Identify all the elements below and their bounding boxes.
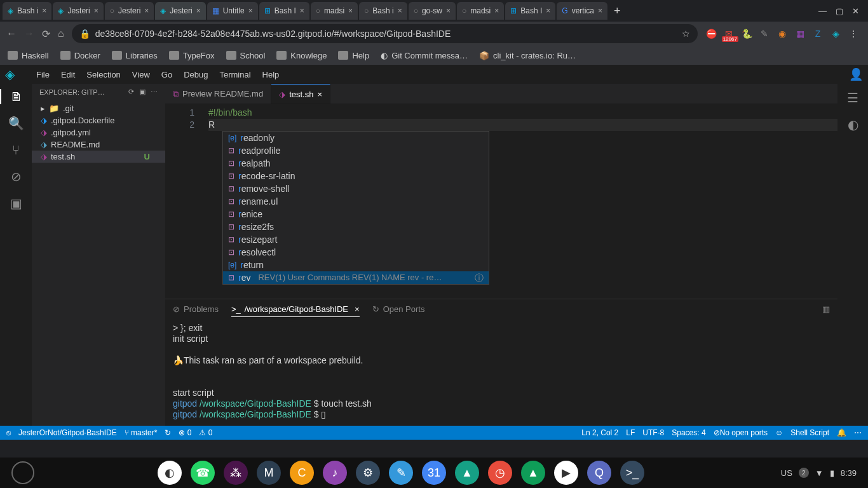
editor-tab[interactable]: ⧉Preview README.md bbox=[165, 84, 271, 104]
browser-tab[interactable]: ◈Jesteri× bbox=[53, 2, 103, 20]
status-branch[interactable]: ⑂ master* bbox=[125, 428, 158, 437]
explorer-icon[interactable]: 🗎 bbox=[0, 89, 32, 104]
bookmark-folder[interactable]: Haskell bbox=[8, 51, 49, 60]
menu-go[interactable]: Go bbox=[161, 70, 172, 79]
shelf-app-draw[interactable]: ✎ bbox=[389, 461, 413, 485]
browser-tab[interactable]: Gvertica× bbox=[557, 2, 607, 20]
reload-button[interactable]: ⟳ bbox=[42, 28, 50, 40]
collapse-icon[interactable]: ▣ bbox=[139, 88, 146, 96]
file-item[interactable]: ⬗.gitpod.yml bbox=[32, 126, 165, 139]
browser-tab[interactable]: ○madsi× bbox=[311, 2, 358, 20]
maximize-icon[interactable]: ▢ bbox=[836, 6, 843, 16]
suggest-item[interactable]: [e]readonly bbox=[223, 132, 489, 144]
file-item[interactable]: ▸📁.git bbox=[32, 102, 165, 114]
box-icon[interactable]: ▦ bbox=[794, 28, 806, 39]
adblock-icon[interactable]: ⛔ bbox=[705, 28, 717, 39]
shelf-app-m[interactable]: M bbox=[257, 461, 281, 485]
status-more-icon[interactable]: ⋯ bbox=[854, 428, 862, 437]
omnibox[interactable]: 🔒 de38ce8f-0709-4e2f-b284-52a08e4475ab.w… bbox=[72, 24, 698, 43]
github-icon[interactable]: ◐ bbox=[848, 117, 858, 132]
gmail-icon[interactable]: ✉12867 bbox=[723, 28, 735, 39]
editor-tab[interactable]: ⬗test.sh× bbox=[271, 84, 330, 104]
close-icon[interactable]: × bbox=[494, 6, 499, 15]
browser-tab[interactable]: ◈Jesteri× bbox=[155, 2, 205, 20]
suggest-item[interactable]: ⊡recode-sr-latin bbox=[223, 170, 489, 182]
shelf-app-settings[interactable]: ⚙ bbox=[356, 461, 380, 485]
close-icon[interactable]: × bbox=[300, 6, 304, 15]
status-repo[interactable]: JesterOrNot/Gitpod-BashIDE bbox=[18, 428, 117, 437]
back-button[interactable]: ← bbox=[6, 28, 17, 39]
browser-tab[interactable]: ○Jesteri× bbox=[105, 2, 154, 20]
avatar[interactable]: 👤 bbox=[849, 67, 863, 81]
panel-tab[interactable]: ⊘Problems bbox=[173, 304, 219, 314]
tray-time[interactable]: 8:39 bbox=[841, 468, 857, 478]
panel-tab[interactable]: >_/workspace/Gitpod-BashIDE× bbox=[231, 304, 360, 317]
bookmark-folder[interactable]: School bbox=[226, 51, 266, 60]
browser-tab[interactable]: ⊞Bash I× bbox=[259, 2, 309, 20]
menu-view[interactable]: View bbox=[132, 70, 150, 79]
close-icon[interactable]: × bbox=[248, 6, 253, 15]
status-remote-icon[interactable]: ⎋ bbox=[6, 428, 11, 437]
bookmark-folder[interactable]: Docker bbox=[60, 51, 100, 60]
close-icon[interactable]: × bbox=[355, 304, 360, 314]
python-icon[interactable]: 🐍 bbox=[741, 28, 752, 39]
suggest-item[interactable]: ⊡remove-shell bbox=[223, 182, 489, 195]
status-eol[interactable]: LF bbox=[626, 428, 635, 437]
menu-icon[interactable]: ⋮ bbox=[848, 28, 859, 39]
new-tab-button[interactable]: + bbox=[614, 4, 621, 18]
shelf-app-clock[interactable]: ◷ bbox=[488, 461, 512, 485]
suggest-item[interactable]: ⊡resizepart bbox=[223, 233, 489, 246]
git-icon[interactable]: ⑂ bbox=[8, 142, 24, 158]
shelf-app-term[interactable]: >_ bbox=[620, 461, 644, 485]
status-warnings[interactable]: ⚠ 0 bbox=[199, 428, 212, 437]
menu-edit[interactable]: Edit bbox=[61, 70, 75, 79]
tray-battery-icon[interactable]: ▮ bbox=[830, 468, 834, 478]
status-lang[interactable]: Shell Script bbox=[790, 428, 829, 437]
file-item[interactable]: ⬗test.shU bbox=[32, 151, 165, 163]
close-icon[interactable]: × bbox=[598, 6, 602, 15]
browser-tab[interactable]: ⊞Bash I× bbox=[505, 2, 555, 20]
launcher-button[interactable] bbox=[11, 461, 34, 484]
bookmark-folder[interactable]: Libraries bbox=[112, 51, 158, 60]
close-window-icon[interactable]: ✕ bbox=[852, 6, 859, 16]
browser-tab[interactable]: ○Bash i× bbox=[359, 2, 407, 20]
shelf-app-slack[interactable]: ⁂ bbox=[224, 461, 248, 485]
status-feedback[interactable]: ☺ bbox=[775, 428, 783, 437]
terminal[interactable]: > }; exit init script 🍌This task ran as … bbox=[165, 319, 837, 426]
menu-selection[interactable]: Selection bbox=[86, 70, 120, 79]
menu-file[interactable]: File bbox=[36, 70, 50, 79]
bookmark-git-commit[interactable]: ◐Git Commit messa… bbox=[381, 51, 468, 60]
close-icon[interactable]: × bbox=[546, 6, 550, 15]
minimize-icon[interactable]: — bbox=[818, 6, 827, 16]
bookmark-folder[interactable]: Help bbox=[338, 51, 369, 60]
status-bell[interactable]: 🔔 bbox=[837, 428, 846, 437]
shelf-app-q[interactable]: Q bbox=[587, 461, 611, 485]
close-icon[interactable]: × bbox=[348, 6, 353, 15]
refresh-icon[interactable]: ⟳ bbox=[128, 88, 134, 96]
info-icon[interactable]: ⓘ bbox=[475, 272, 484, 283]
star-icon[interactable]: ☆ bbox=[682, 29, 690, 39]
more-icon[interactable]: ⋯ bbox=[151, 88, 158, 96]
menu-debug[interactable]: Debug bbox=[184, 70, 208, 79]
close-icon[interactable]: × bbox=[94, 6, 98, 15]
status-errors[interactable]: ⊗ 0 bbox=[179, 428, 191, 437]
shelf-app-campus[interactable]: ▲ bbox=[455, 461, 479, 485]
debug-icon[interactable]: ⊘ bbox=[8, 169, 24, 184]
tray-lang[interactable]: US bbox=[781, 468, 792, 478]
close-icon[interactable]: × bbox=[42, 6, 46, 15]
box-icon[interactable]: ▣ bbox=[8, 196, 24, 211]
suggest-item[interactable]: [e]return bbox=[223, 259, 489, 271]
status-ports[interactable]: ⊘No open ports bbox=[714, 428, 768, 437]
file-item[interactable]: ⬗.gitpod.Dockerfile bbox=[32, 114, 165, 126]
tray-badge[interactable]: 2 bbox=[799, 468, 809, 478]
code-editor[interactable]: 12 #!/bin/bash R [e]readonly⊡readprofile… bbox=[165, 104, 837, 299]
suggest-item[interactable]: ⊡resolvectl bbox=[223, 246, 489, 259]
shelf-app-play[interactable]: ▶ bbox=[554, 461, 578, 485]
bookmark-clikit[interactable]: 📦cli_kit - crates.io: Ru… bbox=[479, 51, 576, 60]
close-icon[interactable]: × bbox=[196, 6, 201, 15]
forward-button[interactable]: → bbox=[24, 28, 34, 39]
menu-terminal[interactable]: Terminal bbox=[219, 70, 250, 79]
menu-help[interactable]: Help bbox=[262, 70, 280, 79]
suggest-item[interactable]: ⊡readprofile bbox=[223, 144, 489, 157]
browser-tab[interactable]: ○go-sw× bbox=[409, 2, 456, 20]
